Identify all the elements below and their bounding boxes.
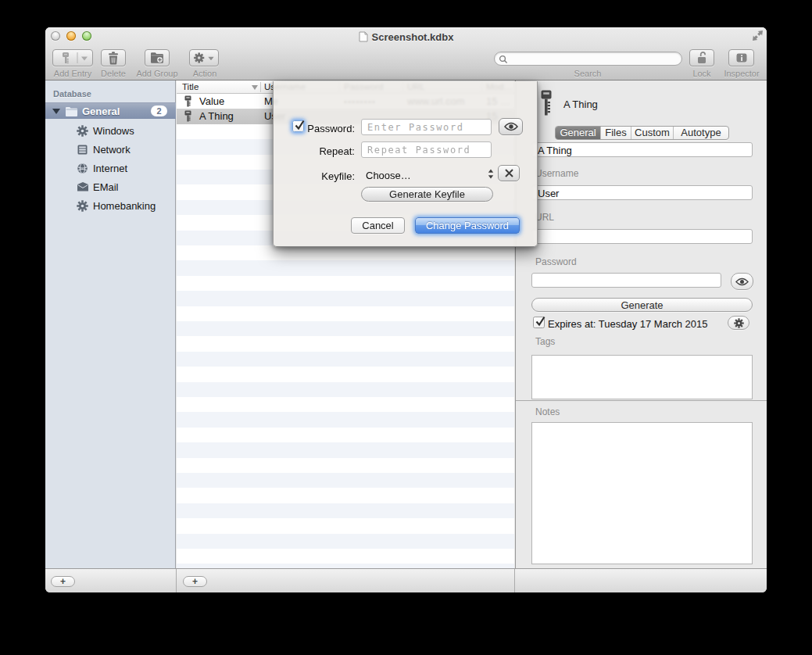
- clear-keyfile-button[interactable]: [498, 165, 520, 181]
- add-group-label: Add Group: [133, 69, 181, 78]
- window-title: Screenshot.kdbx: [372, 31, 454, 43]
- username-field[interactable]: User: [531, 185, 753, 200]
- tab-autotype[interactable]: Autotype: [674, 127, 728, 139]
- keyfile-label: Keyfile:: [284, 170, 355, 182]
- stepper-arrows-icon[interactable]: [487, 168, 495, 180]
- sidebar-item-homebanking[interactable]: Homebanking: [45, 198, 176, 213]
- gear-icon: [77, 200, 88, 212]
- inspector-panel: A Thing General Files Custom Autotype A …: [515, 81, 767, 568]
- action-button[interactable]: [189, 49, 219, 66]
- sidebar-group-badge: 2: [151, 106, 167, 116]
- cancel-button[interactable]: Cancel: [351, 217, 405, 234]
- action-label: Action: [188, 69, 221, 78]
- window-chrome: Screenshot.kdbx: [45, 27, 767, 81]
- expires-checkbox[interactable]: [533, 317, 545, 328]
- generate-keyfile-button[interactable]: Generate Keyfile: [361, 187, 493, 202]
- fullscreen-icon[interactable]: [752, 30, 764, 41]
- add-group-plus-button[interactable]: +: [51, 576, 75, 587]
- sidebar-item-label: Internet: [93, 163, 127, 174]
- disclosure-triangle-icon[interactable]: [52, 109, 60, 114]
- notes-textarea[interactable]: [531, 422, 753, 564]
- sidebar-section-header: Database: [53, 89, 91, 98]
- repeat-placeholder: Repeat Password: [367, 145, 470, 156]
- password-placeholder: Enter Password: [367, 122, 464, 133]
- key-icon: [184, 95, 192, 107]
- sidebar-item-label: Windows: [93, 125, 134, 137]
- title-field[interactable]: A Thing: [531, 142, 753, 157]
- key-icon: [184, 110, 192, 122]
- sidebar-group-label: General: [82, 106, 120, 117]
- inspector-button[interactable]: [728, 49, 754, 66]
- url-label: URL: [535, 212, 554, 223]
- notes-label: Notes: [535, 406, 560, 417]
- password-label: Password: [535, 256, 577, 267]
- password-field[interactable]: [531, 273, 721, 288]
- bottom-bar: + +: [45, 568, 767, 592]
- cell-title: Value: [199, 95, 224, 107]
- sidebar-group-general[interactable]: General 2: [45, 102, 176, 119]
- username-label: Username: [535, 168, 578, 179]
- generate-password-button[interactable]: Generate: [531, 298, 753, 312]
- desktop-background: Screenshot.kdbx: [0, 0, 812, 655]
- sidebar-item-label: EMail: [93, 181, 119, 193]
- add-entry-label: Add Entry: [47, 69, 98, 78]
- reveal-password-button[interactable]: [731, 273, 753, 290]
- delete-button[interactable]: [101, 49, 126, 66]
- inspector-label: Inspector: [721, 69, 763, 78]
- search-label: Search: [564, 69, 611, 78]
- sidebar-item-windows[interactable]: Windows: [45, 123, 176, 138]
- reveal-password-button[interactable]: [499, 118, 523, 135]
- expires-label: Expires at: Tuesday 17 March 2015: [548, 318, 708, 330]
- sort-descending-icon: [252, 85, 258, 90]
- password-label: Password:: [284, 123, 355, 134]
- tags-textarea[interactable]: [531, 355, 753, 399]
- sidebar-item-network[interactable]: Network: [45, 141, 176, 157]
- inspector-split-divider[interactable]: [516, 400, 767, 401]
- delete-label: Delete: [98, 69, 128, 78]
- sidebar-item-label: Network: [93, 144, 131, 156]
- new-password-field[interactable]: Enter Password: [361, 119, 492, 135]
- add-entry-plus-button[interactable]: +: [183, 576, 207, 587]
- change-password-button[interactable]: Change Password: [415, 217, 520, 234]
- document-icon: [359, 31, 368, 42]
- inspector-entry-title: A Thing: [563, 98, 598, 110]
- inspector-tabs: General Files Custom Autotype: [555, 126, 729, 140]
- cell-title: A Thing: [199, 110, 234, 122]
- sidebar-item-label: Homebanking: [93, 200, 156, 212]
- folder-icon: [65, 106, 78, 117]
- app-window: Screenshot.kdbx: [45, 27, 767, 592]
- tab-files[interactable]: Files: [601, 127, 631, 139]
- sidebar-item-email[interactable]: EMail: [45, 179, 176, 195]
- column-header-title[interactable]: Title: [182, 82, 199, 91]
- gear-icon: [77, 125, 88, 137]
- tab-custom[interactable]: Custom: [631, 127, 674, 139]
- expiry-gear-button[interactable]: [728, 316, 749, 330]
- keyfile-popup[interactable]: Choose…: [366, 170, 411, 181]
- url-field[interactable]: [531, 229, 753, 244]
- repeat-label: Repeat:: [284, 145, 355, 157]
- envelope-icon: [77, 181, 89, 192]
- repeat-password-field[interactable]: Repeat Password: [361, 141, 492, 158]
- sidebar: Database General 2 Windows: [45, 81, 176, 568]
- tab-general[interactable]: General: [556, 127, 601, 139]
- add-entry-button[interactable]: [52, 49, 93, 66]
- lock-label: Lock: [688, 69, 716, 78]
- search-input[interactable]: [494, 52, 682, 66]
- tags-label: Tags: [535, 336, 555, 347]
- lock-button[interactable]: [689, 49, 714, 66]
- server-icon: [77, 144, 88, 156]
- globe-icon: [77, 163, 88, 174]
- key-icon: [540, 90, 553, 116]
- change-password-sheet: Password: Enter Password Repeat: Repeat …: [273, 81, 538, 247]
- title-area: Screenshot.kdbx: [45, 30, 767, 43]
- add-group-button[interactable]: [145, 49, 170, 66]
- sidebar-item-internet[interactable]: Internet: [45, 160, 176, 176]
